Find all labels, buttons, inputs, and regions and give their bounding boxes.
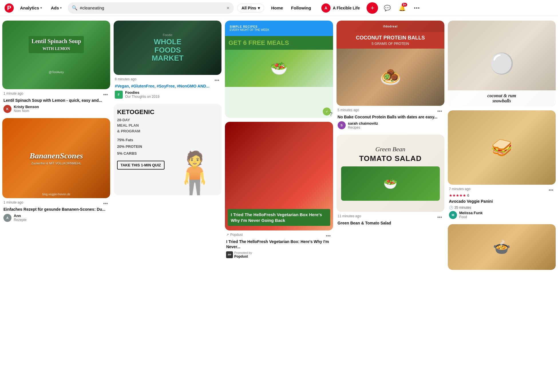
- pin-meta: ↗ Popdust ••• I Tried The HelloFresh Veg…: [225, 230, 333, 260]
- pin-options-button[interactable]: •••: [213, 77, 221, 83]
- pin-options-button[interactable]: •••: [325, 233, 332, 239]
- greenbeans-image: 🥗: [341, 166, 440, 201]
- user-name: Kristy Benson: [14, 105, 39, 109]
- filter-label: All Pins: [242, 6, 256, 10]
- overlay-author: blog.veggie-freivon.de: [42, 193, 70, 196]
- pin-options-button[interactable]: •••: [102, 91, 109, 98]
- search-input[interactable]: [80, 5, 224, 10]
- keto-overlay: KETOGENIC 28-DAYMEAL PLAN& PROGRAM 75% F…: [114, 104, 221, 174]
- source-badge: ↗ Popdust: [226, 233, 243, 237]
- overlay-title: Lentil Spinach SoupWITH LEMON: [29, 36, 84, 53]
- profile-button[interactable]: A A Flexible Life: [318, 2, 363, 14]
- user-avatar: K: [3, 105, 11, 113]
- header: P Analytics ▾ Ads ▾ 🔍 ✕ All Pins ▾ Home …: [0, 0, 558, 16]
- overlay-title: WHOLEFOODSMARKET: [152, 38, 183, 62]
- overlay-author: @ToriAvey: [49, 70, 64, 74]
- analytics-nav[interactable]: Analytics ▾: [17, 4, 45, 12]
- recipe-eyebrow: SIMPLE RECIPES: [229, 25, 328, 28]
- user-name: sarah chaimovitz: [348, 121, 378, 126]
- pin-card[interactable]: Lentil Spinach SoupWITH LEMON @ToriAvey …: [2, 21, 110, 114]
- ads-nav[interactable]: Ads ▾: [48, 4, 64, 12]
- pin-timestamp: 8 minutes ago: [115, 77, 136, 81]
- pin-card[interactable]: 🍲: [448, 224, 556, 270]
- star-count: 6: [467, 193, 469, 198]
- more-options-button[interactable]: •••: [411, 2, 423, 14]
- filter-button[interactable]: All Pins ▾: [237, 4, 264, 12]
- pin-card[interactable]: 🥪 7 minutes ago ••• ★★★★★ 6 Avocado Vegg…: [448, 110, 556, 220]
- promoted-info: Promoted by Popdust: [234, 251, 252, 258]
- promoted-badge: PP Promoted by Popdust: [226, 251, 332, 258]
- ads-chevron-icon: ▾: [60, 6, 62, 9]
- avatar: A: [321, 3, 331, 13]
- greenbeans-title2: TOMATO SALAD: [359, 154, 422, 163]
- keto-title: KETOGENIC: [117, 108, 218, 116]
- user-avatar: S: [338, 121, 346, 129]
- pin-title: Green Bean & Tomato Salad: [338, 220, 443, 226]
- pin-timestamp: 11 minutes ago: [338, 214, 361, 218]
- pin-image-wrap: Lentil Spinach SoupWITH LEMON @ToriAvey: [2, 21, 110, 89]
- pin-options-button[interactable]: •••: [547, 187, 555, 193]
- pin-image-wrap: KETOGENIC 28-DAYMEAL PLAN& PROGRAM 75% F…: [114, 104, 221, 195]
- user-board: Recipes: [348, 126, 378, 130]
- header-nav-links: Home Following: [268, 4, 314, 12]
- pin-image-wrap: ifdodreal COCONUT PROTEIN BALLS 5 GRAMS …: [337, 21, 444, 106]
- pin-card[interactable]: KETOGENIC 28-DAYMEAL PLAN& PROGRAM 75% F…: [114, 104, 221, 195]
- following-link[interactable]: Following: [288, 4, 314, 12]
- overlay-subtitle: Zuckerfrei & MIT VOLLKORNMEHL: [31, 162, 81, 165]
- following-label: Following: [291, 5, 311, 10]
- snowballs-icon: ⚪: [489, 52, 514, 75]
- promoted-logo: PP: [226, 251, 233, 258]
- coconut-title: COCONUT PROTEIN BALLS: [356, 35, 425, 41]
- pin-card[interactable]: BananenScones Zuckerfrei & MIT VOLLKORNM…: [2, 118, 110, 223]
- main-content: Lentil Spinach SoupWITH LEMON @ToriAvey …: [0, 16, 558, 274]
- hellofresh-overlay: I Tried The HelloFresh Vegetarian Box He…: [225, 209, 333, 226]
- search-clear-icon[interactable]: ✕: [226, 6, 230, 10]
- pin-card[interactable]: ⚪ coconut & rumsnowballs: [448, 21, 556, 106]
- pin-overlay: Lentil Spinach SoupWITH LEMON @ToriAvey: [2, 21, 110, 89]
- food-icon: 🍲: [493, 239, 510, 255]
- pin-timestamp: 1 minute ago: [3, 91, 23, 95]
- pin-user: S sarah chaimovitz Recipes: [338, 121, 443, 130]
- recipe-offer: GET 6 FREE MEALS: [225, 36, 333, 50]
- messages-button[interactable]: 💬: [381, 2, 393, 14]
- pin-image: SIMPLE RECIPES EVERY NIGHT OF THE WEEK G…: [225, 21, 333, 118]
- pin-card[interactable]: SIMPLE RECIPES EVERY NIGHT OF THE WEEK G…: [225, 21, 333, 118]
- pin-image-photo: 🧆: [337, 49, 444, 106]
- messages-icon: 💬: [384, 5, 391, 11]
- pin-rating: ★★★★★ 6: [449, 193, 555, 198]
- pin-user: F Foodies Our Thoughts on 2019: [115, 90, 220, 99]
- pin-image: I Tried The HelloFresh Vegetarian Box He…: [225, 122, 333, 230]
- pin-image-wrap: 🍲: [448, 224, 556, 270]
- pin-options-button[interactable]: •••: [102, 200, 109, 207]
- pin-timestamp: 7 minutes ago: [449, 187, 470, 191]
- add-button[interactable]: +: [367, 2, 378, 14]
- coconut-balls-icon: 🧆: [380, 67, 401, 87]
- user-info: sarah chaimovitz Recipes: [348, 121, 378, 130]
- user-name: Foodies: [125, 90, 159, 95]
- pin-card[interactable]: Green Bean TOMATO SALAD 🥗 11 minutes ago…: [337, 135, 444, 228]
- user-name: Ann: [14, 214, 27, 218]
- overlay-title: BananenScones: [29, 151, 83, 160]
- pin-card[interactable]: Foodie WHOLEFOODSMARKET 8 minutes ago ••…: [114, 21, 221, 100]
- pin-options-button[interactable]: •••: [436, 108, 443, 114]
- snowballs-title: coconut & rumsnowballs: [448, 90, 556, 106]
- pinterest-logo[interactable]: P: [5, 3, 14, 13]
- analytics-label: Analytics: [20, 5, 39, 10]
- pin-card[interactable]: ifdodreal COCONUT PROTEIN BALLS 5 GRAMS …: [337, 21, 444, 131]
- user-info: Ann Rezepte: [14, 214, 27, 222]
- user-avatar: F: [115, 91, 123, 99]
- question-mark-icon: ?: [330, 111, 333, 117]
- pin-card[interactable]: I Tried The HelloFresh Vegetarian Box He…: [225, 122, 333, 260]
- analytics-chevron-icon: ▾: [40, 6, 42, 9]
- home-link[interactable]: Home: [268, 4, 286, 12]
- notifications-button[interactable]: 🔔 9+: [396, 2, 408, 14]
- pin-title: Avocado Veggie Panini: [449, 199, 555, 204]
- pin-image: KETOGENIC 28-DAYMEAL PLAN& PROGRAM 75% F…: [114, 104, 221, 195]
- pin-options-button[interactable]: •••: [436, 214, 443, 220]
- search-bar: 🔍 ✕: [68, 2, 234, 14]
- pin-title: #Vegan, #GlutenFree, #SoyFree, #NonGMO A…: [115, 83, 220, 89]
- pin-image-wrap: Foodie WHOLEFOODSMARKET: [114, 21, 221, 75]
- ads-label: Ads: [51, 5, 59, 10]
- external-link-icon: ↗: [226, 233, 229, 237]
- filter-chevron-icon: ▾: [258, 6, 260, 10]
